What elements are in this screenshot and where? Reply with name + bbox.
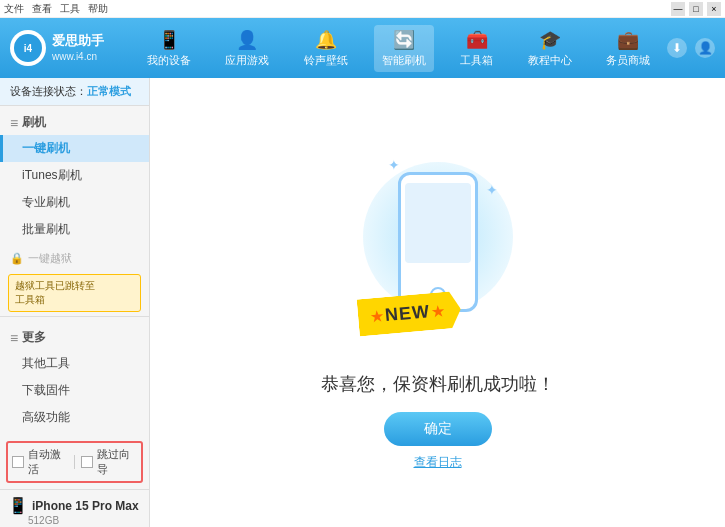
logo-icon: i4 <box>10 30 46 66</box>
flash-group: ≡ 刷机 一键刷机 iTunes刷机 专业刷机 批量刷机 <box>0 106 149 247</box>
phone-body <box>398 172 478 312</box>
star-icon: ★ <box>369 308 383 325</box>
sidebar-item-pro-flash[interactable]: 专业刷机 <box>0 189 149 216</box>
success-message: 恭喜您，保资料刷机成功啦！ <box>321 372 555 396</box>
menu-bar: 文件 查看 工具 帮助 — □ × <box>0 0 725 18</box>
maximize-button[interactable]: □ <box>689 2 703 16</box>
auto-activate-checkbox[interactable] <box>12 456 24 468</box>
nav-apps-games[interactable]: 👤 应用游戏 <box>217 25 277 72</box>
skip-guide-checkbox[interactable] <box>81 456 93 468</box>
toolbox-icon: 🧰 <box>466 29 488 51</box>
more-group: ≡ 更多 其他工具 下载固件 高级功能 <box>0 321 149 435</box>
user-button[interactable]: 👤 <box>695 38 715 58</box>
auto-divider <box>74 455 75 469</box>
minimize-button[interactable]: — <box>671 2 685 16</box>
device-info: 📱 iPhone 15 Pro Max 512GB iPhone <box>0 489 149 527</box>
sidebar-item-download-firmware[interactable]: 下载固件 <box>0 377 149 404</box>
device-storage: 512GB <box>8 515 141 526</box>
flash-group-icon: ≡ <box>10 115 18 131</box>
nav-service[interactable]: 💼 务员商城 <box>598 25 658 72</box>
more-group-icon: ≡ <box>10 330 18 346</box>
menu-bar-item[interactable]: 文件 <box>4 2 24 16</box>
more-group-header: ≡ 更多 <box>0 325 149 350</box>
sparkle-1: ✦ <box>388 157 400 173</box>
confirm-button[interactable]: 确定 <box>384 412 492 446</box>
phone-screen <box>405 183 471 263</box>
sidebar-item-itunes-flash[interactable]: iTunes刷机 <box>0 162 149 189</box>
nav-tutorial[interactable]: 🎓 教程中心 <box>520 25 580 72</box>
star-icon-2: ★ <box>431 302 445 319</box>
content-area: ✦ ✦ ✦ ★ NEW ★ 恭喜您，保资料刷机成功啦！ 确定 查看日志 <box>150 78 725 527</box>
new-ribbon: ★ NEW ★ <box>358 295 461 332</box>
sidebar-item-advanced[interactable]: 高级功能 <box>0 404 149 431</box>
nav-toolbox[interactable]: 🧰 工具箱 <box>452 25 501 72</box>
sidebar-item-one-key-flash[interactable]: 一键刷机 <box>0 135 149 162</box>
phone-icon: 📱 <box>8 496 28 515</box>
tutorial-icon: 🎓 <box>539 29 561 51</box>
sidebar-notice: 越狱工具已跳转至 工具箱 <box>8 274 141 312</box>
menu-bar-item[interactable]: 帮助 <box>88 2 108 16</box>
flash-icon: 🔄 <box>393 29 415 51</box>
apps-icon: 👤 <box>236 29 258 51</box>
close-button[interactable]: × <box>707 2 721 16</box>
nav-smart-flash[interactable]: 🔄 智能刷机 <box>374 25 434 72</box>
nav-my-device[interactable]: 📱 我的设备 <box>139 25 199 72</box>
header: i4 爱思助手 www.i4.cn 📱 我的设备 👤 应用游戏 🔔 铃声壁纸 🔄… <box>0 18 725 78</box>
status-bar: 设备连接状态：正常模式 <box>0 78 149 106</box>
auto-row: 自动激活 跳过向导 <box>12 447 137 477</box>
nav-ringtones[interactable]: 🔔 铃声壁纸 <box>296 25 356 72</box>
device-name: iPhone 15 Pro Max <box>32 499 139 513</box>
sidebar-item-batch-flash[interactable]: 批量刷机 <box>0 216 149 243</box>
menu-bar-item[interactable]: 查看 <box>32 2 52 16</box>
logo-text: 爱思助手 www.i4.cn <box>52 33 104 63</box>
main-layout: 设备连接状态：正常模式 ≡ 刷机 一键刷机 iTunes刷机 专业刷机 批量刷机… <box>0 78 725 527</box>
phone-illustration: ✦ ✦ ✦ ★ NEW ★ <box>348 152 528 352</box>
auto-activate-label: 自动激活 <box>28 447 68 477</box>
log-link[interactable]: 查看日志 <box>414 454 462 471</box>
menu-bar-item[interactable]: 工具 <box>60 2 80 16</box>
auto-section: 自动激活 跳过向导 <box>6 441 143 483</box>
sparkle-2: ✦ <box>486 182 498 198</box>
device-row: 📱 iPhone 15 Pro Max <box>8 496 141 515</box>
download-button[interactable]: ⬇ <box>667 38 687 58</box>
sidebar-disabled-jailbreak: 🔒 一键越狱 <box>0 247 149 270</box>
logo-area: i4 爱思助手 www.i4.cn <box>10 30 130 66</box>
sidebar: 设备连接状态：正常模式 ≡ 刷机 一键刷机 iTunes刷机 专业刷机 批量刷机… <box>0 78 150 527</box>
lock-icon: 🔒 <box>10 252 24 265</box>
ringtones-icon: 🔔 <box>315 29 337 51</box>
main-nav: 📱 我的设备 👤 应用游戏 🔔 铃声壁纸 🔄 智能刷机 🧰 工具箱 🎓 教程中心… <box>130 25 667 72</box>
skip-guide-label: 跳过向导 <box>97 447 137 477</box>
flash-group-header: ≡ 刷机 <box>0 110 149 135</box>
service-icon: 💼 <box>617 29 639 51</box>
sidebar-item-other-tools[interactable]: 其他工具 <box>0 350 149 377</box>
header-right: ⬇ 👤 <box>667 38 715 58</box>
sidebar-divider <box>0 316 149 317</box>
new-badge: ★ NEW ★ <box>356 291 462 337</box>
my-device-icon: 📱 <box>158 29 180 51</box>
